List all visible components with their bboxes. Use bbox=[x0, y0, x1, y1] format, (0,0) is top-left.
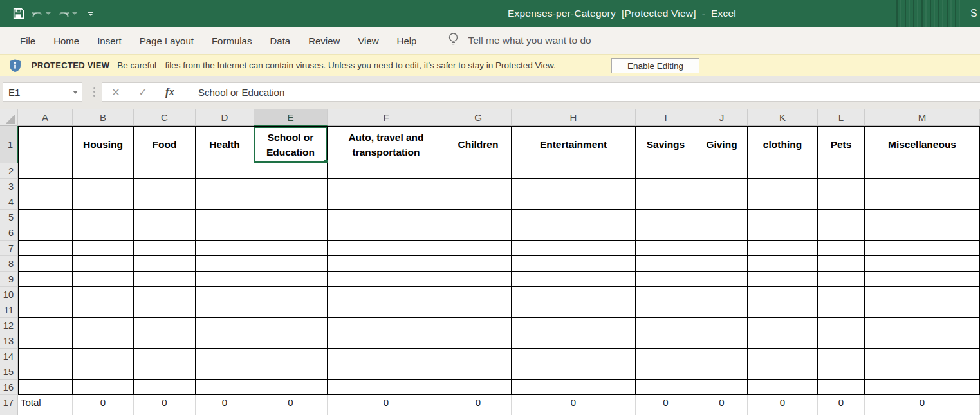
cell-C5[interactable] bbox=[134, 210, 196, 225]
row-header-10[interactable]: 10 bbox=[0, 287, 18, 302]
column-header-B[interactable]: B bbox=[73, 109, 134, 126]
cell-K7[interactable] bbox=[748, 241, 818, 256]
cell-F8[interactable] bbox=[328, 256, 445, 272]
cell-J13[interactable] bbox=[696, 333, 748, 349]
cell-L2[interactable] bbox=[818, 163, 865, 179]
cell-M6[interactable] bbox=[865, 225, 980, 241]
cell-H8[interactable] bbox=[512, 256, 636, 272]
cell-M16[interactable] bbox=[865, 380, 980, 395]
menu-item-file[interactable]: File bbox=[11, 27, 44, 54]
cell-L4[interactable] bbox=[818, 194, 865, 210]
cell-L12[interactable] bbox=[818, 318, 865, 333]
cell-M13[interactable] bbox=[865, 333, 980, 349]
cell-F1[interactable]: Auto, travel and transportation bbox=[328, 126, 445, 163]
cell-C2[interactable] bbox=[134, 163, 196, 179]
column-header-I[interactable]: I bbox=[636, 109, 696, 126]
cell-A3[interactable] bbox=[18, 179, 73, 194]
cell-B12[interactable] bbox=[73, 318, 134, 333]
cell-D18[interactable] bbox=[196, 410, 254, 415]
cell-J9[interactable] bbox=[696, 272, 748, 287]
cell-M15[interactable] bbox=[865, 364, 980, 380]
cell-E6[interactable] bbox=[254, 225, 328, 241]
cell-F14[interactable] bbox=[328, 349, 445, 364]
row-header-11[interactable]: 11 bbox=[0, 302, 18, 318]
cell-E4[interactable] bbox=[254, 194, 328, 210]
row-header-6[interactable]: 6 bbox=[0, 225, 18, 241]
cell-F5[interactable] bbox=[328, 210, 445, 225]
cell-I10[interactable] bbox=[636, 287, 696, 302]
row-header-12[interactable]: 12 bbox=[0, 318, 18, 333]
cell-J15[interactable] bbox=[696, 364, 748, 380]
cell-M1[interactable]: Miscellaneous bbox=[865, 126, 980, 163]
cell-D2[interactable] bbox=[196, 163, 254, 179]
column-header-A[interactable]: A bbox=[18, 109, 73, 126]
cell-I14[interactable] bbox=[636, 349, 696, 364]
cell-A10[interactable] bbox=[18, 287, 73, 302]
cell-J17[interactable]: 0 bbox=[696, 395, 748, 410]
cell-G17[interactable]: 0 bbox=[445, 395, 512, 410]
cell-C7[interactable] bbox=[134, 241, 196, 256]
row-header-3[interactable]: 3 bbox=[0, 179, 18, 194]
cell-M7[interactable] bbox=[865, 241, 980, 256]
cell-M8[interactable] bbox=[865, 256, 980, 272]
cell-E13[interactable] bbox=[254, 333, 328, 349]
cell-L14[interactable] bbox=[818, 349, 865, 364]
cell-H10[interactable] bbox=[512, 287, 636, 302]
cell-E16[interactable] bbox=[254, 380, 328, 395]
cell-D10[interactable] bbox=[196, 287, 254, 302]
cell-B15[interactable] bbox=[73, 364, 134, 380]
cell-F12[interactable] bbox=[328, 318, 445, 333]
cell-H11[interactable] bbox=[512, 302, 636, 318]
undo-dropdown-icon[interactable] bbox=[46, 12, 51, 15]
cell-D6[interactable] bbox=[196, 225, 254, 241]
cell-K13[interactable] bbox=[748, 333, 818, 349]
row-header-2[interactable]: 2 bbox=[0, 163, 18, 179]
cell-A14[interactable] bbox=[18, 349, 73, 364]
cell-G11[interactable] bbox=[445, 302, 512, 318]
row-header-14[interactable]: 14 bbox=[0, 349, 18, 364]
cell-J18[interactable] bbox=[696, 410, 748, 415]
cell-B2[interactable] bbox=[73, 163, 134, 179]
menu-item-view[interactable]: View bbox=[349, 27, 387, 54]
row-header-1[interactable]: 1 bbox=[0, 126, 18, 163]
cell-C6[interactable] bbox=[134, 225, 196, 241]
cell-B4[interactable] bbox=[73, 194, 134, 210]
cell-E2[interactable] bbox=[254, 163, 328, 179]
cell-H18[interactable] bbox=[512, 410, 636, 415]
menu-item-review[interactable]: Review bbox=[299, 27, 349, 54]
cell-J2[interactable] bbox=[696, 163, 748, 179]
cell-G16[interactable] bbox=[445, 380, 512, 395]
cell-M3[interactable] bbox=[865, 179, 980, 194]
cell-I15[interactable] bbox=[636, 364, 696, 380]
enable-editing-button[interactable]: Enable Editing bbox=[611, 58, 699, 73]
cell-E9[interactable] bbox=[254, 272, 328, 287]
cell-A2[interactable] bbox=[18, 163, 73, 179]
cell-K8[interactable] bbox=[748, 256, 818, 272]
cell-J1[interactable]: Giving bbox=[696, 126, 748, 163]
cell-F7[interactable] bbox=[328, 241, 445, 256]
cell-H5[interactable] bbox=[512, 210, 636, 225]
cell-E10[interactable] bbox=[254, 287, 328, 302]
cell-H12[interactable] bbox=[512, 318, 636, 333]
cell-M5[interactable] bbox=[865, 210, 980, 225]
cell-K6[interactable] bbox=[748, 225, 818, 241]
cell-A18[interactable] bbox=[18, 410, 73, 415]
cell-E5[interactable] bbox=[254, 210, 328, 225]
menu-item-help[interactable]: Help bbox=[388, 27, 426, 54]
cell-A6[interactable] bbox=[18, 225, 73, 241]
row-header-7[interactable]: 7 bbox=[0, 241, 18, 256]
cell-B11[interactable] bbox=[73, 302, 134, 318]
cell-J12[interactable] bbox=[696, 318, 748, 333]
cell-I13[interactable] bbox=[636, 333, 696, 349]
cell-M18[interactable] bbox=[865, 410, 980, 415]
cell-C13[interactable] bbox=[134, 333, 196, 349]
cell-K16[interactable] bbox=[748, 380, 818, 395]
cell-A12[interactable] bbox=[18, 318, 73, 333]
cell-A1[interactable] bbox=[18, 126, 73, 163]
cell-F15[interactable] bbox=[328, 364, 445, 380]
cell-B3[interactable] bbox=[73, 179, 134, 194]
cell-B1[interactable]: Housing bbox=[73, 126, 134, 163]
cell-K3[interactable] bbox=[748, 179, 818, 194]
cell-F3[interactable] bbox=[328, 179, 445, 194]
cell-G18[interactable] bbox=[445, 410, 512, 415]
